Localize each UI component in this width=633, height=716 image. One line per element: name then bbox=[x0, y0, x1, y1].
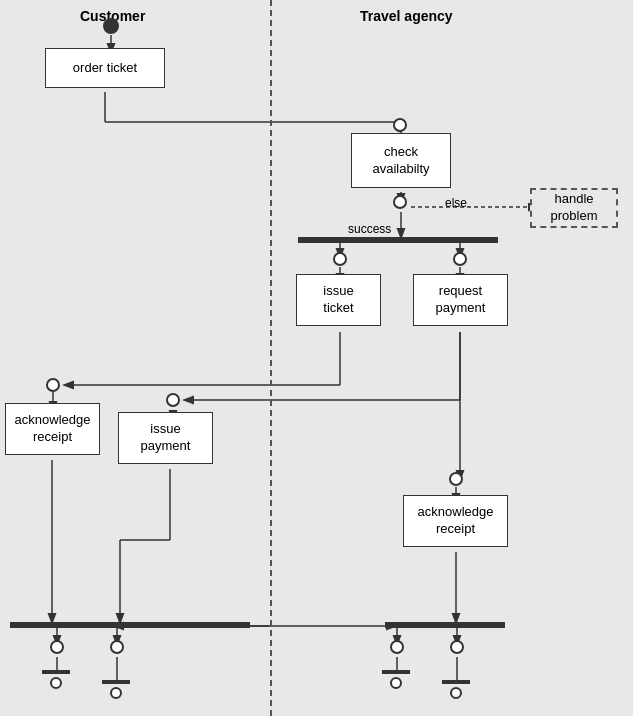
end-dot-4 bbox=[450, 687, 462, 699]
end-bar-1 bbox=[42, 670, 70, 674]
end-bar-4 bbox=[442, 680, 470, 684]
end-circle-3 bbox=[390, 640, 404, 654]
end-bar-2 bbox=[102, 680, 130, 684]
issue-ticket-box: issue ticket bbox=[296, 274, 381, 326]
end-circle-4 bbox=[450, 640, 464, 654]
request-payment-fork-circle bbox=[453, 252, 467, 266]
check-availability-label: check availabilty bbox=[372, 144, 429, 178]
else-label: else bbox=[445, 196, 467, 210]
end-dot-1 bbox=[50, 677, 62, 689]
bottom-sync-bar-right bbox=[385, 622, 505, 628]
ack-receipt-left-label: acknowledge receipt bbox=[15, 412, 91, 446]
check-availability-box: check availabilty bbox=[351, 133, 451, 188]
order-ticket-box: order ticket bbox=[45, 48, 165, 88]
start-node bbox=[103, 18, 119, 34]
end-dot-2 bbox=[110, 687, 122, 699]
order-ticket-label: order ticket bbox=[73, 60, 137, 77]
decision-circle bbox=[393, 195, 407, 209]
travel-agency-lane-header: Travel agency bbox=[360, 8, 453, 24]
diagram-container: Customer Travel agency order ticket chec… bbox=[0, 0, 633, 716]
request-payment-box: request payment bbox=[413, 274, 508, 326]
issue-payment-circle bbox=[166, 393, 180, 407]
right-top-circle bbox=[449, 472, 463, 486]
ack-receipt-right-box: acknowledge receipt bbox=[403, 495, 508, 547]
handle-problem-box: handleproblem bbox=[530, 188, 618, 228]
end-circle-2 bbox=[110, 640, 124, 654]
request-payment-label: request payment bbox=[436, 283, 486, 317]
check-start-circle bbox=[393, 118, 407, 132]
issue-payment-box: issue payment bbox=[118, 412, 213, 464]
bottom-sync-bar-left bbox=[10, 622, 250, 628]
handle-problem-label: handleproblem bbox=[551, 191, 598, 225]
issue-ticket-label: issue ticket bbox=[323, 283, 353, 317]
ack-receipt-left-box: acknowledge receipt bbox=[5, 403, 100, 455]
end-bar-3 bbox=[382, 670, 410, 674]
ack-receipt-right-label: acknowledge receipt bbox=[418, 504, 494, 538]
left-join-circle bbox=[46, 378, 60, 392]
fork-sync-bar bbox=[298, 237, 498, 243]
end-circle-1 bbox=[50, 640, 64, 654]
issue-payment-label: issue payment bbox=[141, 421, 191, 455]
issue-ticket-fork-circle bbox=[333, 252, 347, 266]
arrows-layer bbox=[0, 0, 633, 716]
end-dot-3 bbox=[390, 677, 402, 689]
lane-divider bbox=[270, 0, 272, 716]
success-label: success bbox=[348, 222, 391, 236]
